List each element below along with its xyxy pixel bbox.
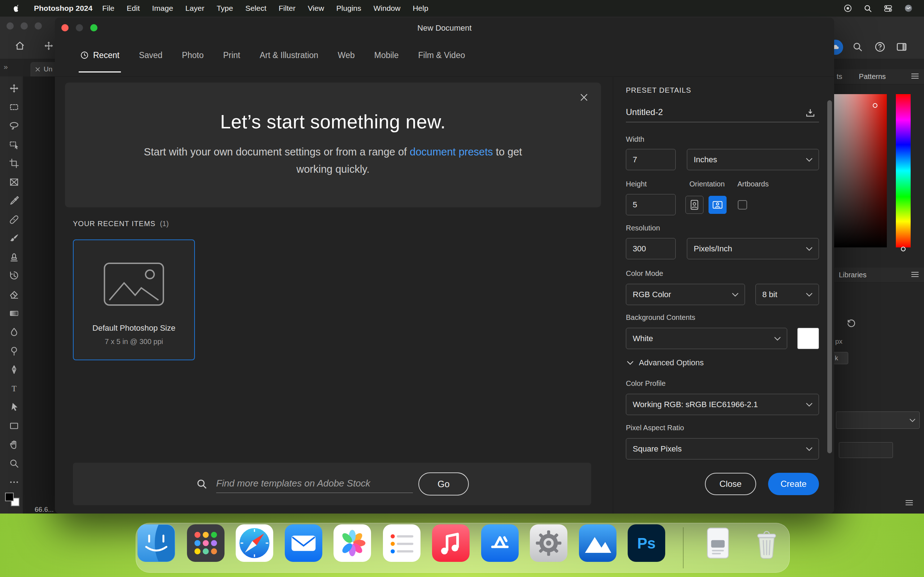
home-icon[interactable] (15, 40, 25, 53)
resolution-input[interactable]: 300 (626, 238, 676, 259)
height-input[interactable]: 5 (626, 194, 676, 215)
launchpad-dock-icon[interactable] (187, 524, 225, 562)
bottom-panel-menu-icon[interactable] (905, 500, 913, 507)
reminders-dock-icon[interactable] (383, 524, 420, 562)
mail-dock-icon[interactable] (285, 524, 322, 562)
width-input[interactable]: 7 (626, 149, 676, 170)
foreground-color-chip[interactable] (5, 493, 14, 501)
system-settings-dock-icon[interactable] (530, 524, 567, 562)
menu-item-window[interactable]: Window (367, 4, 407, 13)
partial-dropdown[interactable] (836, 411, 920, 429)
spotlight-search-icon[interactable] (863, 4, 872, 13)
crop-tool[interactable] (6, 155, 23, 171)
close-tab-icon[interactable] (36, 67, 40, 72)
create-button[interactable]: Create (768, 473, 819, 495)
menu-item-type[interactable]: Type (210, 4, 239, 13)
menu-item-view[interactable]: View (302, 4, 330, 13)
menu-item-select[interactable]: Select (239, 4, 273, 13)
menu-item-help[interactable]: Help (406, 4, 434, 13)
tab-print[interactable]: Print (223, 50, 240, 60)
resolution-unit-dropdown[interactable]: Pixels/Inch (687, 238, 819, 259)
close-button[interactable]: Close (705, 473, 756, 495)
panel-scrollbar[interactable] (827, 100, 832, 453)
tab-web[interactable]: Web (338, 50, 355, 60)
more-tools[interactable] (6, 474, 23, 490)
color-saturation-square[interactable] (831, 94, 887, 247)
partial-field[interactable] (839, 442, 893, 458)
app-store-dock-icon[interactable] (481, 524, 519, 562)
artboards-checkbox[interactable] (738, 200, 747, 210)
eraser-tool[interactable] (6, 287, 23, 303)
menu-item-image[interactable]: Image (146, 4, 179, 13)
trash-dock-icon[interactable] (748, 524, 785, 562)
help-icon[interactable] (874, 41, 886, 54)
panel-menu-icon[interactable] (911, 73, 919, 81)
template-search-input[interactable] (216, 474, 413, 493)
document-presets-link[interactable]: document presets (410, 146, 493, 158)
object-selection-tool[interactable] (6, 137, 23, 153)
hero-close-icon[interactable] (579, 93, 589, 103)
orientation-portrait-button[interactable] (685, 196, 703, 214)
document-dock-icon[interactable] (699, 524, 737, 562)
background-contents-dropdown[interactable]: White (626, 328, 787, 349)
hue-slider[interactable] (896, 94, 911, 247)
brush-tool[interactable] (6, 230, 23, 246)
menu-item-filter[interactable]: Filter (273, 4, 302, 13)
window-zoom-button[interactable] (35, 23, 42, 29)
music-dock-icon[interactable] (432, 524, 470, 562)
path-selection-tool[interactable] (6, 399, 23, 415)
tab-mobile[interactable]: Mobile (374, 50, 399, 60)
search-icon[interactable] (852, 41, 863, 54)
tools-collapse-chevron-icon[interactable]: » (3, 62, 8, 71)
unit-dropdown[interactable]: Inches (687, 149, 819, 170)
menu-app-name[interactable]: Photoshop 2024 (30, 4, 96, 13)
background-color-swatch[interactable] (797, 328, 819, 349)
color-profile-dropdown[interactable]: Working RGB: sRGB IEC61966-2.1 (626, 394, 819, 415)
marquee-tool[interactable] (6, 99, 23, 115)
healing-brush-tool[interactable] (6, 212, 23, 227)
color-mode-dropdown[interactable]: RGB Color (626, 284, 745, 305)
bit-depth-dropdown[interactable]: 8 bit (756, 284, 819, 305)
reset-icon[interactable] (846, 318, 856, 329)
safari-dock-icon[interactable] (236, 524, 273, 562)
history-brush-tool[interactable] (6, 268, 23, 284)
tab-film-video[interactable]: Film & Video (418, 50, 465, 60)
go-button[interactable]: Go (418, 472, 469, 495)
photoshop-dock-icon[interactable]: Ps (628, 524, 665, 562)
finder-dock-icon[interactable] (137, 524, 175, 562)
move-tool[interactable] (6, 81, 23, 96)
gradient-tool[interactable] (6, 305, 23, 321)
libraries-menu-icon[interactable] (911, 271, 919, 279)
siri-icon[interactable] (904, 3, 913, 13)
hue-slider-marker[interactable] (901, 247, 906, 251)
eyedropper-tool[interactable] (6, 193, 23, 209)
patterns-tab[interactable]: Patterns (859, 73, 886, 81)
save-preset-icon[interactable] (805, 108, 816, 120)
lasso-tool[interactable] (6, 118, 23, 134)
menu-item-edit[interactable]: Edit (121, 4, 146, 13)
apple-menu-icon[interactable] (13, 3, 21, 13)
rectangle-tool[interactable] (6, 418, 23, 434)
libraries-tab[interactable]: Libraries (839, 271, 867, 279)
move-tool-option-icon[interactable] (43, 40, 54, 53)
photos-dock-icon[interactable] (333, 524, 371, 562)
gradients-tab-partial[interactable]: ts (837, 73, 842, 81)
hand-tool[interactable] (6, 437, 23, 453)
zoom-tool[interactable] (6, 456, 23, 471)
window-minimize-button[interactable] (21, 23, 28, 29)
blur-tool[interactable] (6, 324, 23, 340)
panel-toggle-icon[interactable] (896, 41, 908, 54)
tab-recent[interactable]: Recent (80, 50, 120, 60)
tab-photo[interactable]: Photo (182, 50, 204, 60)
tab-art-illustration[interactable]: Art & Illustration (260, 50, 318, 60)
menu-extra-icon[interactable] (843, 3, 853, 13)
menu-item-layer[interactable]: Layer (179, 4, 211, 13)
advanced-options-toggle[interactable]: Advanced Options (627, 358, 704, 367)
clone-stamp-tool[interactable] (6, 249, 23, 265)
window-close-button[interactable] (6, 23, 14, 29)
menu-item-plugins[interactable]: Plugins (330, 4, 367, 13)
pixel-aspect-ratio-dropdown[interactable]: Square Pixels (626, 438, 819, 459)
pen-tool[interactable] (6, 362, 23, 377)
zoom-level-text[interactable]: 66.6... (35, 506, 54, 514)
document-name-field[interactable]: Untitled-2 (626, 107, 819, 122)
